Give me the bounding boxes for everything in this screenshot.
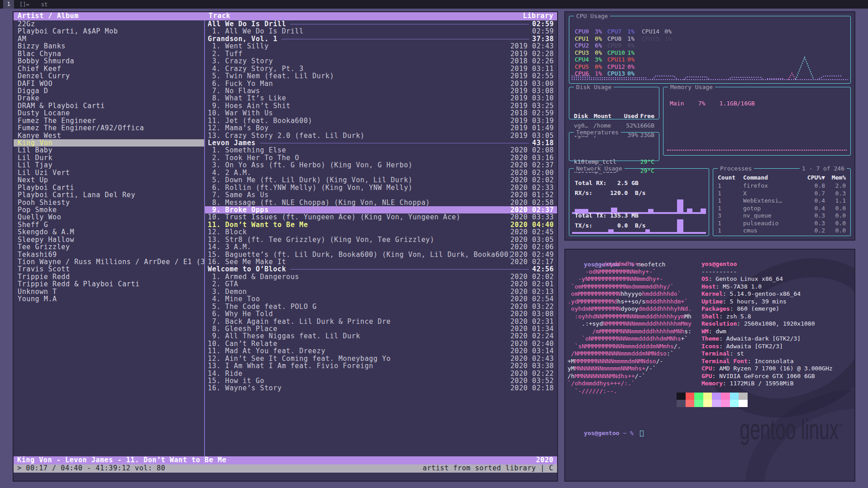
track-row[interactable]: 15. How it Go2020 03:52	[205, 377, 557, 384]
track-row[interactable]: 9. Hoes Ain’t Shit2019 03:25	[205, 102, 557, 109]
track-row[interactable]: 2. GTA2020 02:01	[205, 280, 557, 288]
artist-row[interactable]: Travis Scott	[14, 265, 204, 273]
artist-row[interactable]: Lil Uzi Vert	[14, 169, 204, 176]
track-row[interactable]: 16. Wayne’s Story2020 02:18	[205, 384, 557, 392]
artist-row[interactable]: Digga D	[14, 87, 204, 95]
artist-row[interactable]: DRAM & Playboi Carti	[14, 102, 204, 109]
process-row[interactable]: 1pulseaudio0.30.0	[713, 220, 850, 227]
artist-row[interactable]: Fumez The Engineer/A92/Offica	[14, 124, 204, 132]
track-row[interactable]: 5. Down Me (ft. Lil Durk) (King Von, Lil…	[205, 176, 557, 184]
track-row[interactable]: 15. Baguette’s (ft. Lil Durk, Booka600) …	[205, 251, 557, 258]
artist-row[interactable]: Bizzy Banks	[14, 43, 204, 50]
track-row[interactable]: 13. Str8 (ft. Tee Grizzley) (King Von, T…	[205, 236, 557, 243]
track-row[interactable]: 12. Ain’t See It Coming feat. Moneybagg …	[205, 355, 557, 362]
track-row[interactable]: 14. Ride2020 02:22	[205, 370, 557, 377]
track-row[interactable]: 4. 2 A.M.2020 02:00	[205, 169, 557, 176]
artist-row[interactable]: Pooh Shiesty	[14, 199, 204, 206]
process-row[interactable]: 1WebExtensi…0.41.1	[713, 197, 850, 205]
process-header-cell[interactable]: Mem%	[825, 174, 846, 182]
track-row[interactable]: 11. Mad At You feat. Dreezy2020 03:14	[205, 347, 557, 355]
track-row[interactable]: 3. Crazy Story2018 02:26	[205, 57, 557, 65]
artist-row[interactable]: Sheff G	[14, 221, 204, 228]
track-row[interactable]: 3. Demon2020 02:13	[205, 288, 557, 295]
process-row[interactable]: 1X0.70.3	[713, 190, 850, 198]
track-row[interactable]: 12. Block2020 02:45	[205, 228, 557, 236]
artist-row[interactable]: Lil Durk	[14, 154, 204, 161]
track-row[interactable]: 7. No Flaws2019 03:08	[205, 87, 557, 95]
artist-row[interactable]: Sleepy Hallow	[14, 236, 204, 243]
track-row[interactable]: 4. Crazy Story, Pt. 32019 03:11	[205, 65, 557, 72]
track-row[interactable]: 5. The Code feat. POLO G2020 03:22	[205, 303, 557, 310]
artist-row[interactable]: Next Up	[14, 176, 204, 184]
artist-row[interactable]: Young M.A	[14, 295, 204, 303]
track-row[interactable]: 16. See Me Make It2020 02:17	[205, 258, 557, 265]
track-row[interactable]: 13. Crazy Story 2.0 (feat. Lil Durk)2019…	[205, 132, 557, 139]
process-header-cell[interactable]: Command	[743, 174, 804, 182]
process-row[interactable]: 1cmus0.20.0	[713, 227, 850, 235]
track-row[interactable]: 6. Why He Told2020 03:08	[205, 310, 557, 317]
track-row[interactable]: 13. I Am What I Am feat. Fivio Foreign20…	[205, 362, 557, 370]
artist-row[interactable]: Pop Smoke	[14, 206, 204, 213]
track-row[interactable]: 2. Tuff2019 02:28	[205, 50, 557, 57]
track-row[interactable]: 2. Took Her To The O2020 03:16	[205, 154, 557, 161]
artist-row[interactable]: Tion Wayne / Russ Millions / ArrDee / E1…	[14, 258, 204, 265]
artist-row[interactable]: Playboi Carti, A$AP Mob	[14, 28, 204, 35]
artist-row[interactable]: King Von	[14, 139, 204, 147]
process-row[interactable]: 1firefox0.82.0	[713, 182, 850, 190]
artist-row[interactable]: Skengdo & A.M	[14, 228, 204, 236]
track-row[interactable]: 9. Broke Opps2020 02:37	[205, 206, 557, 213]
artist-row[interactable]: Denzel Curry	[14, 72, 204, 80]
dwm-layout-symbol[interactable]: []=	[19, 1, 29, 8]
artist-row[interactable]: Playboi Carti, Lana Del Rey	[14, 191, 204, 199]
process-row[interactable]: 1gotop0.40.0	[713, 205, 850, 213]
track-row[interactable]: 3. On Yo Ass (ft. G Herbo) (King Von, G …	[205, 161, 557, 169]
track-row[interactable]: 8. What It’s Like2019 03:10	[205, 95, 557, 102]
track-row[interactable]: 9. All These Niggas feat. Lil Durk2020 0…	[205, 332, 557, 340]
artist-row[interactable]: Quelly Woo	[14, 213, 204, 221]
artist-row[interactable]: Dusty Locane	[14, 109, 204, 117]
artist-row[interactable]: Lil Tjay	[14, 161, 204, 169]
track-row[interactable]: 10. Trust Issues (ft. Yungeen Ace) (King…	[205, 213, 557, 221]
process-header-cell[interactable]: Count	[718, 174, 743, 182]
album-header[interactable]: Grandson, Vol. 137:38	[205, 35, 557, 43]
shell-prompt-line-2[interactable]: yos@gentoo ~ %	[570, 422, 644, 445]
track-row[interactable]: 7. Same As Us2020 01:52	[205, 191, 557, 199]
artist-row[interactable]: Tee Grizzley	[14, 243, 204, 251]
track-row[interactable]: 1. Armed & Dangerous2020 02:02	[205, 273, 557, 280]
artist-row[interactable]: Lil Baby	[14, 147, 204, 154]
artist-row[interactable]: Playboi Carti	[14, 184, 204, 191]
artist-row[interactable]: DAFI WOO	[14, 80, 204, 87]
artist-row[interactable]: Trippie Redd & Playboi Carti	[14, 280, 204, 288]
track-row[interactable]: 4. Mine Too2020 02:54	[205, 295, 557, 303]
track-row[interactable]: 1. All We Do Is Drill02:59	[205, 28, 557, 35]
artist-row[interactable]: Kanye West	[14, 132, 204, 139]
album-header[interactable]: Levon James43:18	[205, 139, 557, 147]
artist-row[interactable]: Tekashi69	[14, 251, 204, 258]
artist-row[interactable]: 22Gz	[14, 20, 204, 28]
process-row[interactable]: 3nv_queue0.30.0	[713, 212, 850, 220]
artist-row[interactable]: Blac Chyna	[14, 50, 204, 57]
track-row[interactable]: 8. Message (ft. NLE Choppa) (King Von, N…	[205, 199, 557, 206]
track-row[interactable]: 11. Jet (feat. Booka600)2019 03:19	[205, 117, 557, 124]
album-header[interactable]: All We Do Is Drill02:59	[205, 20, 557, 28]
album-header[interactable]: Welcome to O’Block42:56	[205, 265, 557, 273]
track-row[interactable]: 8. Gleesh Place2020 01:34	[205, 325, 557, 332]
track-row[interactable]: 1. Went Silly2019 02:43	[205, 43, 557, 50]
track-row[interactable]: 5. Twin Nem (feat. Lil Durk)2019 02:55	[205, 72, 557, 80]
artist-row[interactable]: Bobby Shmurda	[14, 57, 204, 65]
track-row[interactable]: 6. Fuck Yo Man2019 03:00	[205, 80, 557, 87]
track-row[interactable]: 12. Mama’s Boy2019 01:49	[205, 124, 557, 132]
dwm-tag-1[interactable]: 1	[3, 0, 14, 9]
artist-row[interactable]: Fumez The Engineer	[14, 117, 204, 124]
track-row[interactable]: 10. Can’t Relate2020 02:40	[205, 340, 557, 347]
artist-row[interactable]: Chief Keef	[14, 65, 204, 72]
track-row[interactable]: 1. Something Else2020 02:08	[205, 147, 557, 154]
artist-row[interactable]: Trippie Redd	[14, 273, 204, 280]
track-row[interactable]: 11. Don’t Want to Be Me2020 04:40	[205, 221, 557, 228]
track-row[interactable]: 14. 3 A.M.2020 02:06	[205, 243, 557, 251]
track-row[interactable]: 10. War With Us2018 02:59	[205, 109, 557, 117]
artist-row[interactable]: AM	[14, 35, 204, 43]
track-row[interactable]: 6. Rollin (ft.YNW Melly) (King Von, YNW …	[205, 184, 557, 191]
process-header-cell[interactable]: CPU%▼	[804, 174, 825, 182]
track-row[interactable]: 7. Back Again feat. Lil Durk & Prince Dr…	[205, 318, 557, 325]
